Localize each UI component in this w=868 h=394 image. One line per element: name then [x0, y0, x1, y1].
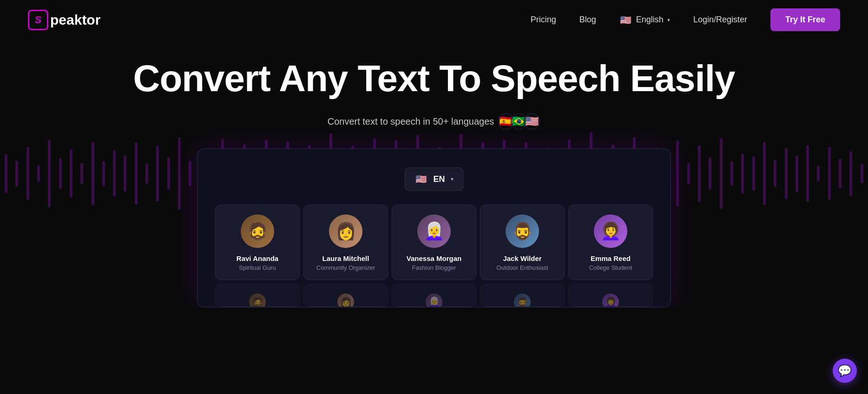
logo[interactable]: S peaktor	[28, 10, 100, 30]
voice-card[interactable]: 👩‍🦱	[568, 284, 653, 307]
hero-title: Convert Any Text To Speech Easily	[28, 58, 840, 99]
chevron-down-icon: ▾	[667, 17, 670, 23]
chat-icon: 💬	[838, 364, 852, 377]
voice-avatar: 👩‍🦳	[417, 214, 451, 248]
voice-card[interactable]: 🧔‍♂️	[480, 284, 565, 307]
voice-avatar-partial: 🧔‍♂️	[514, 294, 531, 307]
voice-avatar-partial: 👩‍🦱	[602, 294, 619, 307]
language-label: English	[636, 15, 664, 25]
voice-name: Jack Wilder	[489, 254, 556, 262]
voice-role: Spiritual Guru	[224, 264, 291, 271]
wave-bar	[15, 160, 18, 187]
voice-avatar: 🧔	[241, 214, 274, 248]
nav-blog[interactable]: Blog	[579, 15, 596, 25]
app-lang-code: EN	[433, 174, 445, 184]
voice-name: Emma Reed	[577, 254, 644, 262]
voice-avatar: 🧔‍♂️	[506, 214, 539, 248]
voice-avatar: 👩‍🦱	[594, 214, 627, 248]
voice-name: Vanessa Morgan	[401, 254, 467, 262]
wave-bar	[5, 154, 7, 193]
nav-language-selector[interactable]: 🇺🇸 English ▾	[619, 13, 670, 27]
voice-avatar: 👩	[329, 214, 362, 248]
flag-circle: 🇺🇸	[524, 113, 540, 130]
voice-avatar-partial: 👩‍🦳	[426, 294, 442, 307]
wave-bar	[861, 164, 863, 183]
navbar: S peaktor Pricing Blog 🇺🇸 English ▾ Logi…	[0, 0, 868, 40]
nav-pricing[interactable]: Pricing	[531, 15, 556, 25]
chat-widget[interactable]: 💬	[833, 359, 857, 383]
hero-subtitle: Convert text to speech in 50+ languages …	[28, 113, 840, 130]
hero-content: Convert Any Text To Speech Easily Conver…	[28, 58, 840, 307]
language-flags: 🇪🇸🇧🇷🇺🇸	[501, 113, 540, 130]
app-lang-chevron-icon: ▾	[451, 176, 454, 182]
voice-card[interactable]: 🧔	[215, 284, 300, 307]
flag-icon: 🇺🇸	[619, 13, 632, 27]
voice-card[interactable]: 👩‍🦳	[392, 284, 476, 307]
nav-login-register[interactable]: Login/Register	[693, 15, 747, 25]
voice-role: Community Organizer	[312, 264, 379, 271]
voice-avatar-partial: 👩	[337, 294, 354, 307]
app-mockup: 🇺🇸 EN ▾ 🧔 Ravi Ananda Spiritual Guru 👩 L…	[197, 148, 671, 307]
voice-avatar-partial: 🧔	[249, 294, 266, 307]
logo-icon: S	[28, 10, 48, 30]
voice-cards-row-2: 🧔 👩 👩‍🦳 🧔‍♂️ 👩‍🦱	[211, 284, 657, 307]
voice-card[interactable]: 👩‍🦱 Emma Reed College Student	[568, 205, 653, 280]
wave-bar	[849, 151, 852, 196]
voice-card[interactable]: 👩 Laura Mitchell Community Organizer	[303, 205, 388, 280]
voice-cards-row-1: 🧔 Ravi Ananda Spiritual Guru 👩 Laura Mit…	[211, 205, 657, 280]
app-lang-selector[interactable]: 🇺🇸 EN ▾	[405, 167, 463, 191]
voice-card[interactable]: 👩	[303, 284, 388, 307]
voice-role: Fashion Blogger	[401, 264, 467, 271]
try-it-free-button[interactable]: Try It Free	[770, 8, 840, 31]
voice-role: Outdoor Enthusiast	[489, 264, 556, 271]
nav-links: Pricing Blog 🇺🇸 English ▾ Login/Register…	[531, 8, 840, 31]
app-flag-icon: 🇺🇸	[414, 173, 427, 186]
voice-card[interactable]: 🧔 Ravi Ananda Spiritual Guru	[215, 205, 300, 280]
subtitle-text: Convert text to speech in 50+ languages	[328, 116, 494, 127]
hero-section: Convert Any Text To Speech Easily Conver…	[0, 40, 868, 307]
voice-role: College Student	[577, 264, 644, 271]
logo-text: peaktor	[50, 12, 100, 28]
voice-card[interactable]: 🧔‍♂️ Jack Wilder Outdoor Enthusiast	[480, 205, 565, 280]
voice-card[interactable]: 👩‍🦳 Vanessa Morgan Fashion Blogger	[392, 205, 476, 280]
voice-name: Laura Mitchell	[312, 254, 379, 262]
voice-name: Ravi Ananda	[224, 254, 291, 262]
